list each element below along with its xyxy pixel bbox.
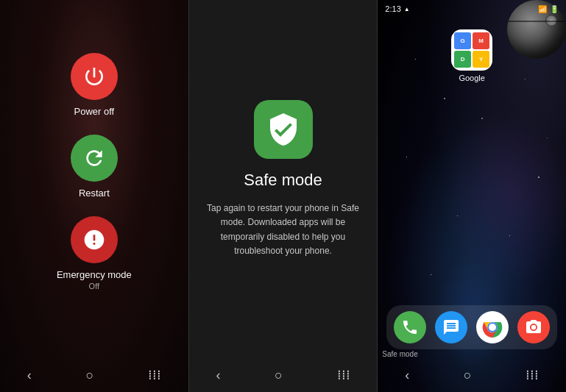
emergency-mode-label: Emergency mode: [57, 269, 132, 280]
home-button-p2[interactable]: ○: [275, 368, 283, 383]
home-button-p1[interactable]: ○: [85, 368, 93, 383]
camera-app-icon: [525, 318, 542, 336]
google-folder[interactable]: G M D Y Google: [383, 29, 560, 82]
status-bar: 2:13 ▲ 📶 🔋: [378, 0, 566, 18]
status-left: 2:13 ▲: [385, 4, 409, 13]
svg-point-1: [489, 324, 496, 331]
back-button-p2[interactable]: ‹: [216, 368, 220, 383]
power-menu-content: Power off Restart Emergency mode Off: [0, 0, 188, 358]
shield-check-icon: [266, 112, 301, 147]
phone-app-icon: [401, 318, 419, 336]
emergency-icon: [82, 228, 106, 252]
status-right: 📶 🔋: [538, 5, 559, 13]
panel-power-menu: Power off Restart Emergency mode Off ‹ ○: [0, 0, 189, 392]
emergency-mode-sublabel: Off: [89, 282, 99, 291]
panel-home-screen: 2:13 ▲ 📶 🔋 G M D Y Google Saf: [378, 0, 566, 392]
restart-button[interactable]: [71, 135, 118, 182]
dock: [386, 305, 557, 349]
panel3-nav-bar: ‹ ○ ⁞⁞⁞: [378, 358, 566, 392]
messages-app[interactable]: [435, 311, 467, 343]
panel2-nav-bar: ‹ ○ ⁞⁞⁞: [189, 358, 378, 392]
phone-app[interactable]: [394, 311, 426, 343]
status-time: 2:13: [385, 4, 400, 13]
safe-mode-icon-wrap[interactable]: [254, 100, 313, 159]
restart-label: Restart: [79, 188, 110, 199]
app-area: G M D Y Google Safe mode: [378, 18, 566, 358]
recents-button-p2[interactable]: ⁞⁞⁞: [337, 367, 350, 383]
recents-button-p3[interactable]: ⁞⁞⁞: [526, 367, 539, 383]
triangle-indicator: ▲: [404, 6, 410, 13]
panel-safe-mode: Safe mode Tap again to restart your phon…: [189, 0, 378, 392]
messages-app-icon: [442, 318, 460, 336]
svg-point-2: [531, 325, 536, 329]
safe-mode-content: Safe mode Tap again to restart your phon…: [189, 0, 378, 358]
safe-mode-badge: Safe mode: [378, 349, 422, 360]
home-button-p3[interactable]: ○: [464, 368, 472, 383]
maps-app-mini: M: [473, 32, 489, 49]
emergency-mode-item: Emergency mode Off: [57, 216, 132, 291]
safe-mode-description: Tap again to restart your phone in Safe …: [207, 202, 360, 258]
drive-app-mini: D: [454, 51, 471, 68]
recents-button-p1[interactable]: ⁞⁞⁞: [148, 367, 161, 383]
camera-app[interactable]: [517, 311, 550, 343]
safe-mode-title: Safe mode: [244, 171, 322, 190]
panel1-nav-bar: ‹ ○ ⁞⁞⁞: [0, 358, 188, 392]
back-button-p3[interactable]: ‹: [405, 368, 409, 383]
gmail-app-mini: G: [454, 32, 471, 49]
chrome-app-icon: [482, 317, 503, 338]
battery-icon: 🔋: [550, 5, 559, 13]
chrome-app[interactable]: [476, 311, 509, 343]
power-off-item: Power off: [71, 53, 118, 117]
emergency-mode-button[interactable]: [71, 216, 118, 263]
power-off-label: Power off: [74, 106, 114, 117]
back-button-p1[interactable]: ‹: [27, 368, 32, 383]
power-icon: [82, 65, 106, 88]
restart-item: Restart: [71, 135, 118, 199]
wifi-icon: 📶: [538, 5, 547, 13]
home-screen-content: 2:13 ▲ 📶 🔋 G M D Y Google Saf: [378, 0, 566, 392]
google-folder-label: Google: [459, 74, 484, 82]
folder-icon-grid: G M D Y: [451, 29, 492, 71]
youtube-app-mini: Y: [473, 51, 489, 68]
restart-icon: [82, 146, 106, 170]
power-off-button[interactable]: [71, 53, 118, 100]
